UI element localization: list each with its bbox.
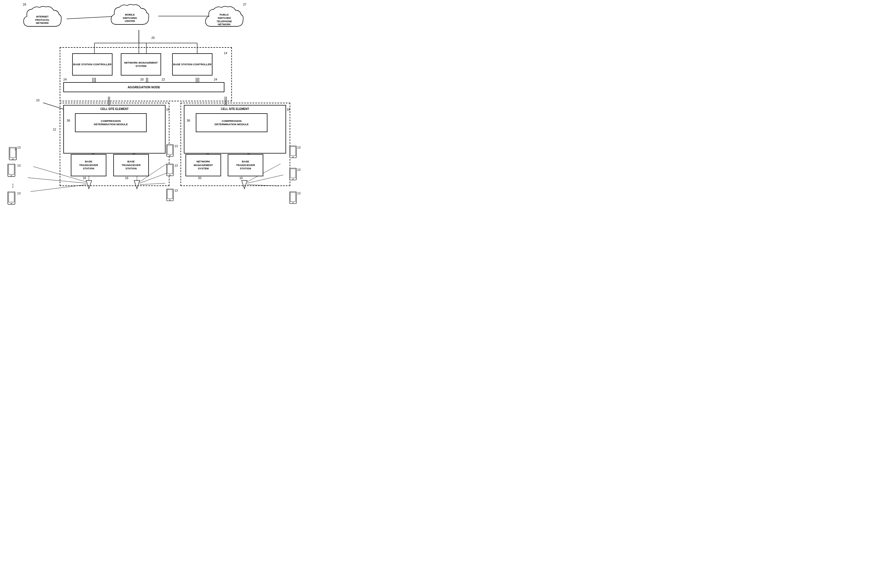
- mobile-device-right2: [289, 168, 297, 182]
- svg-rect-82: [290, 168, 296, 180]
- nms-right-label: NETWORKMANAGEMENTSYSTEM: [194, 160, 213, 170]
- mobile-device-right3: [289, 192, 297, 206]
- svg-rect-67: [167, 164, 173, 176]
- aggregation-node-box: AGGREGATION NODE: [63, 82, 224, 92]
- svg-rect-62: [167, 144, 173, 156]
- ref-16b: 16: [125, 176, 128, 180]
- ref-13i: 13: [297, 192, 300, 195]
- svg-rect-77: [290, 146, 296, 158]
- pstn-cloud: PUBLIC SWITCHED TELEPHONE NETWORK: [203, 4, 246, 33]
- cdm-left-box: COMPRESSIONDETERMINATION MODULE: [75, 113, 147, 132]
- ref-13b: 13: [17, 164, 21, 167]
- svg-rect-72: [167, 189, 173, 201]
- cdm-left-label: COMPRESSIONDETERMINATION MODULE: [94, 119, 128, 126]
- bts-left1-label: BASETRANSCEIVERSTATION: [79, 160, 98, 170]
- ref-22: 22: [162, 78, 165, 81]
- ref-29: 29: [23, 3, 26, 6]
- ref-13d: 13: [174, 144, 178, 148]
- ref-24a: 24: [63, 78, 67, 81]
- ref-13e: 13: [174, 164, 178, 167]
- bsc-right-label: BASE STATION CONTROLLER: [173, 63, 212, 66]
- msc-cloud-label: MOBILE SWITCHING CENTER: [123, 14, 137, 23]
- ref-14: 14: [224, 51, 227, 55]
- ref-27: 27: [243, 3, 246, 6]
- nms-center-box: NETWORK MANAGEMENT SYSTEM: [121, 53, 161, 75]
- mobile-device-center1: [166, 144, 174, 159]
- ref-13g: 13: [297, 146, 300, 149]
- svg-rect-52: [8, 164, 15, 177]
- cell-site-right-label: CELL SITE ELEMENT: [221, 107, 249, 111]
- ref-24b: 24: [214, 78, 217, 81]
- bsc-right-box: BASE STATION CONTROLLER: [172, 53, 212, 75]
- cdm-right-label: COMPRESSIONDETERMINATION MODULE: [215, 119, 249, 126]
- ref-12: 12: [53, 128, 56, 131]
- mobile-device-3: [7, 192, 16, 206]
- mobile-device-center2: [166, 164, 174, 178]
- bsc-left-label: BASE STATION CONTROLLER: [73, 63, 112, 66]
- ref-13h: 13: [297, 168, 300, 171]
- svg-rect-57: [8, 192, 15, 204]
- cdm-right-box: COMPRESSIONDETERMINATION MODULE: [196, 113, 267, 132]
- msc-cloud: MOBILE SWITCHING CENTER: [108, 2, 152, 32]
- cell-site-left-label: CELL SITE ELEMENT: [100, 107, 129, 111]
- mobile-device-right1: [289, 146, 297, 160]
- bts-right-box: BASETRANSCEIVERSTATION: [228, 154, 263, 176]
- bsc-left-box: BASE STATION CONTROLLER: [72, 53, 113, 75]
- ref-25: 25: [152, 36, 155, 39]
- ref-18b: 18: [287, 108, 290, 111]
- mobile-dots: ⋮: [11, 183, 15, 189]
- ref-10: 10: [36, 99, 39, 102]
- internet-cloud: INTERNET PROTOCOL NETWORK: [21, 4, 64, 33]
- ref-20: 20: [140, 78, 144, 81]
- ref-18a: 18: [166, 108, 170, 111]
- aggregation-node-label: AGGREGATION NODE: [128, 85, 160, 89]
- pstn-cloud-label: PUBLIC SWITCHED TELEPHONE NETWORK: [217, 14, 232, 26]
- bts-left1-box: BASETRANSCEIVERSTATION: [71, 154, 107, 176]
- mobile-device-2: [7, 164, 16, 179]
- ref-38b: 38: [187, 119, 190, 122]
- ref-13c: 13: [17, 192, 21, 195]
- bts-left2-label: BASETRANSCEIVERSTATION: [122, 160, 141, 170]
- nms-right-box: NETWORKMANAGEMENTSYSTEM: [186, 154, 221, 176]
- internet-cloud-label: INTERNET PROTOCOL NETWORK: [35, 15, 50, 25]
- ref-20b: 20: [198, 176, 201, 180]
- mobile-device-1: [8, 147, 17, 162]
- mobile-device-center3: [166, 189, 174, 203]
- ref-13a: 13: [17, 146, 21, 149]
- ref-38a: 38: [67, 119, 70, 122]
- ref-16c: 16: [239, 176, 243, 180]
- nms-center-label: NETWORK MANAGEMENT SYSTEM: [122, 61, 161, 68]
- bts-left2-box: BASETRANSCEIVERSTATION: [113, 154, 149, 176]
- network-diagram: INTERNET PROTOCOL NETWORK MOBILE SWITCHI…: [0, 0, 305, 206]
- bts-right-label: BASETRANSCEIVERSTATION: [236, 160, 255, 170]
- ref-13f: 13: [174, 189, 178, 192]
- svg-rect-87: [290, 192, 296, 204]
- ref-16a: 16: [83, 176, 86, 180]
